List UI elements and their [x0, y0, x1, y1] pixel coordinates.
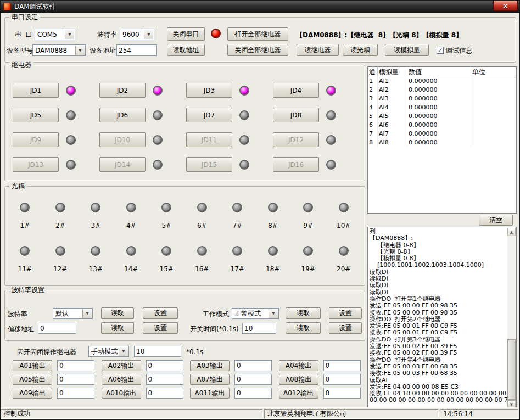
read-analog-button[interactable]: 读模拟量	[385, 44, 429, 56]
work-mode-set-button[interactable]: 设置	[329, 307, 362, 319]
close-serial-button[interactable]: 关闭串口	[167, 27, 205, 41]
read-relay-button[interactable]: 读继电器	[297, 44, 339, 56]
output-cell: A07输出	[190, 374, 279, 385]
output-button[interactable]: A01输出	[13, 360, 52, 371]
close-button[interactable]: ×	[493, 1, 518, 11]
relay-button[interactable]: JD12	[273, 132, 319, 147]
output-cell: A011输出	[190, 388, 279, 399]
close-all-relays-button[interactable]: 关闭全部继电器	[227, 44, 288, 56]
opto-label: 19#	[301, 265, 315, 273]
log-panel[interactable]: 列 【DAM0888】: 【继电器 0-8】 【光耦 0-8】 【模拟量 0-8…	[367, 227, 517, 410]
output-value-input[interactable]	[146, 388, 183, 399]
opto-led	[339, 246, 349, 256]
model-combobox[interactable]: DAM0888 ▼	[32, 44, 86, 56]
relay-button[interactable]: JD7	[186, 108, 232, 122]
output-value-input[interactable]	[234, 388, 272, 399]
scroll-up-icon[interactable]: ▲	[507, 228, 516, 236]
output-value-input[interactable]	[323, 374, 361, 385]
output-button[interactable]: A010输出	[102, 388, 141, 399]
work-mode-read-button[interactable]: 读取	[286, 307, 321, 319]
output-button[interactable]: A012输出	[279, 388, 318, 399]
output-button[interactable]: A05输出	[13, 374, 52, 385]
open-all-relays-button[interactable]: 打开全部继电器	[227, 27, 288, 41]
output-cell: A012输出	[279, 388, 368, 399]
relay-button[interactable]: JD5	[13, 108, 59, 122]
relay-button[interactable]: JD1	[13, 83, 59, 98]
offset-input[interactable]	[38, 323, 76, 334]
baud-read-button[interactable]: 读取	[101, 307, 134, 319]
header-channel: 通	[368, 67, 378, 76]
opto-led	[339, 203, 349, 212]
opto-led	[197, 246, 207, 256]
baud-combobox[interactable]: 9600 ▼	[120, 29, 154, 40]
relay-button[interactable]: JD4	[273, 83, 319, 98]
offset-label: 偏移地址	[8, 325, 34, 333]
analog-table[interactable]: 通 模拟量 数值 单位 1 AI1 0.000000 2 AI2 0.00000…	[367, 66, 517, 214]
output-button[interactable]: A09输出	[13, 388, 52, 399]
relay-button[interactable]: JD3	[186, 83, 232, 98]
scroll-thumb[interactable]	[507, 339, 516, 400]
flash-mode-combobox[interactable]: 手动模式 ▼	[88, 346, 129, 357]
port-combobox[interactable]: COM5 ▼	[35, 29, 75, 40]
log-scrollbar[interactable]: ▲ ▼	[507, 228, 516, 408]
switch-time-input[interactable]	[242, 323, 276, 334]
opto-grid: 1# 2# 3# 4# 5# 6#	[7, 196, 361, 283]
switch-time-set-button[interactable]: 设置	[329, 322, 362, 334]
relay-led	[239, 135, 249, 145]
output-value-input[interactable]	[234, 360, 272, 371]
analog-table-row: 6 AI6 0.000000	[368, 120, 516, 129]
offset-read-button[interactable]: 读取	[101, 322, 134, 334]
offset-set-button[interactable]: 设置	[143, 322, 178, 334]
unit-cell	[471, 138, 516, 147]
output-value-input[interactable]	[57, 360, 94, 371]
relay-button[interactable]: JD16	[273, 157, 319, 172]
output-button[interactable]: A06输出	[102, 374, 141, 385]
switch-time-read-button[interactable]: 读取	[286, 322, 321, 334]
debug-info-checkbox[interactable]: ✓	[437, 47, 444, 54]
output-value-input[interactable]	[57, 374, 94, 385]
name-cell: AI6	[378, 120, 407, 129]
switch-time-label: 开关时间(*0.1s)	[190, 325, 239, 333]
relay-button[interactable]: JD8	[273, 108, 319, 122]
relay-button[interactable]: JD11	[186, 132, 232, 147]
work-mode-combobox[interactable]: 正常模式 ▼	[232, 308, 279, 319]
output-button[interactable]: A03输出	[190, 360, 230, 371]
opto-cell: 15#	[160, 239, 174, 283]
output-value-input[interactable]	[234, 374, 272, 385]
read-address-button[interactable]: 读取地址	[167, 44, 205, 56]
output-value-input[interactable]	[323, 360, 361, 371]
output-value-input[interactable]	[146, 360, 183, 371]
value-cell: 0.000000	[407, 129, 471, 138]
relay-button[interactable]: JD9	[13, 132, 59, 147]
relay-button[interactable]: JD14	[99, 157, 146, 172]
output-button[interactable]: A08输出	[279, 374, 318, 385]
opto-led	[303, 246, 313, 256]
relay-cell: JD8	[273, 103, 360, 127]
output-button[interactable]: A011输出	[190, 388, 230, 399]
device-address-input[interactable]	[116, 44, 157, 56]
header-name: 模拟量	[378, 67, 407, 76]
analog-table-row: 7 AI7 0.000000	[368, 129, 516, 138]
output-button[interactable]: A07输出	[190, 374, 230, 385]
output-button[interactable]: A02输出	[102, 360, 141, 371]
opto-led	[268, 246, 278, 256]
port-label: 串 口	[15, 31, 32, 39]
relay-button[interactable]: JD13	[13, 157, 59, 172]
flash-time-input[interactable]	[134, 346, 181, 357]
read-opto-button[interactable]: 读光耦	[343, 44, 378, 56]
baud-set-button[interactable]: 设置	[143, 307, 178, 319]
opto-label: 4#	[126, 222, 136, 229]
relay-grid: JD1 JD2 JD3 JD4 JD5	[13, 78, 360, 177]
relay-button[interactable]: JD10	[99, 132, 146, 147]
output-value-input[interactable]	[146, 374, 183, 385]
baud-mode-combobox[interactable]: 默认 ▼	[53, 308, 93, 319]
output-value-input[interactable]	[323, 388, 361, 399]
clear-button[interactable]: 清空	[479, 215, 513, 226]
output-value-input[interactable]	[57, 388, 94, 399]
relay-button[interactable]: JD6	[99, 108, 146, 122]
output-button[interactable]: A04输出	[279, 360, 318, 371]
relay-button[interactable]: JD15	[186, 157, 232, 172]
title-bar[interactable]: DAM调试软件 ×	[1, 1, 519, 13]
relay-button[interactable]: JD2	[99, 83, 146, 98]
relay-led	[66, 86, 76, 96]
